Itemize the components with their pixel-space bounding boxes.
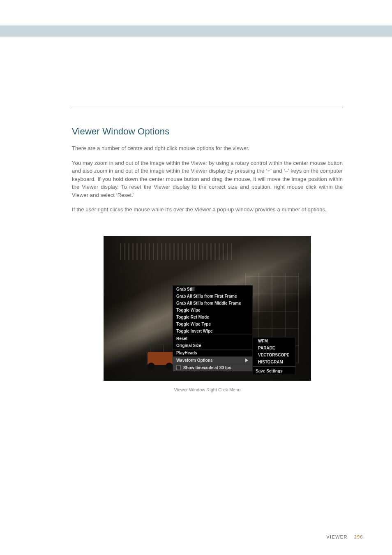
menu-playheads[interactable]: PlayHeads	[173, 349, 252, 356]
page-footer: VIEWER 296	[0, 534, 392, 539]
submenu-save-settings[interactable]: Save Settings	[253, 368, 295, 375]
submenu-wfm[interactable]: WFM	[253, 338, 295, 345]
figure-caption: Viewer Window Right Click Menu	[174, 387, 241, 392]
waveform-submenu[interactable]: WFM PARADE VECTORSCOPE HISTOGRAM Save Se…	[253, 337, 295, 375]
menu-label: Grab All Stills from Middle Frame	[176, 301, 241, 306]
menu-label: Toggle Ref Mode	[176, 314, 209, 320]
figure: Grab Still Grab All Stills from First Fr…	[72, 236, 343, 392]
scene-catwalk	[120, 243, 235, 260]
submenu-label: VECTORSCOPE	[258, 352, 290, 358]
menu-original-size[interactable]: Original Size	[173, 342, 252, 349]
menu-grab-first[interactable]: Grab All Stills from First Frame	[173, 293, 252, 300]
menu-label: Reset	[176, 336, 187, 341]
menu-label: PlayHeads	[176, 350, 197, 356]
svg-marker-0	[245, 358, 248, 362]
page: Viewer Window Options There are a number…	[0, 0, 392, 555]
submenu-label: HISTOGRAM	[258, 359, 283, 365]
menu-toggle-wipe-type[interactable]: Toggle Wipe Type	[173, 321, 252, 328]
menu-label: Toggle Invert Wipe	[176, 328, 213, 334]
menu-toggle-invert[interactable]: Toggle Invert Wipe	[173, 328, 252, 335]
menu-label: Toggle Wipe Type	[176, 321, 211, 327]
submenu-arrow-icon	[244, 358, 249, 363]
footer-page-number: 296	[354, 534, 363, 539]
menu-label: Grab Still	[176, 287, 194, 292]
menu-show-timecode[interactable]: Show timecode at 30 fps	[173, 364, 252, 371]
submenu-parade[interactable]: PARADE	[253, 345, 295, 352]
header-band	[0, 25, 392, 37]
menu-label: Waveform Options	[176, 358, 213, 363]
intro-paragraph: There are a number of centre and right c…	[72, 144, 343, 153]
section-rule	[72, 107, 343, 107]
menu-label: Show timecode at 30 fps	[183, 365, 231, 370]
menu-label: Grab All Stills from First Frame	[176, 294, 237, 299]
menu-label: Toggle Wipe	[176, 308, 201, 313]
menu-grab-still[interactable]: Grab Still	[173, 286, 252, 293]
context-menu[interactable]: Grab Still Grab All Stills from First Fr…	[173, 285, 253, 372]
footer-section: VIEWER	[326, 534, 347, 539]
menu-reset[interactable]: Reset	[173, 335, 252, 342]
viewer-screenshot: Grab Still Grab All Stills from First Fr…	[104, 236, 311, 381]
zoom-paragraph: You may zoom in and out of the image wit…	[72, 159, 343, 199]
content-column: Viewer Window Options There are a number…	[72, 107, 343, 392]
submenu-vectorscope[interactable]: VECTORSCOPE	[253, 352, 295, 358]
menu-toggle-ref[interactable]: Toggle Ref Mode	[173, 314, 252, 321]
submenu-label: Save Settings	[256, 368, 283, 374]
menu-label: Original Size	[176, 343, 201, 348]
section-heading: Viewer Window Options	[72, 126, 343, 137]
checkbox-icon	[176, 365, 181, 370]
menu-waveform-options[interactable]: Waveform Options	[173, 357, 252, 364]
submenu-label: PARADE	[258, 345, 275, 351]
submenu-separator	[253, 366, 295, 367]
submenu-histogram[interactable]: HISTOGRAM	[253, 358, 295, 365]
menu-grab-middle[interactable]: Grab All Stills from Middle Frame	[173, 300, 252, 307]
rightclick-paragraph: If the user right clicks the mouse while…	[72, 206, 343, 214]
menu-toggle-wipe[interactable]: Toggle Wipe	[173, 307, 252, 314]
submenu-label: WFM	[258, 338, 268, 344]
